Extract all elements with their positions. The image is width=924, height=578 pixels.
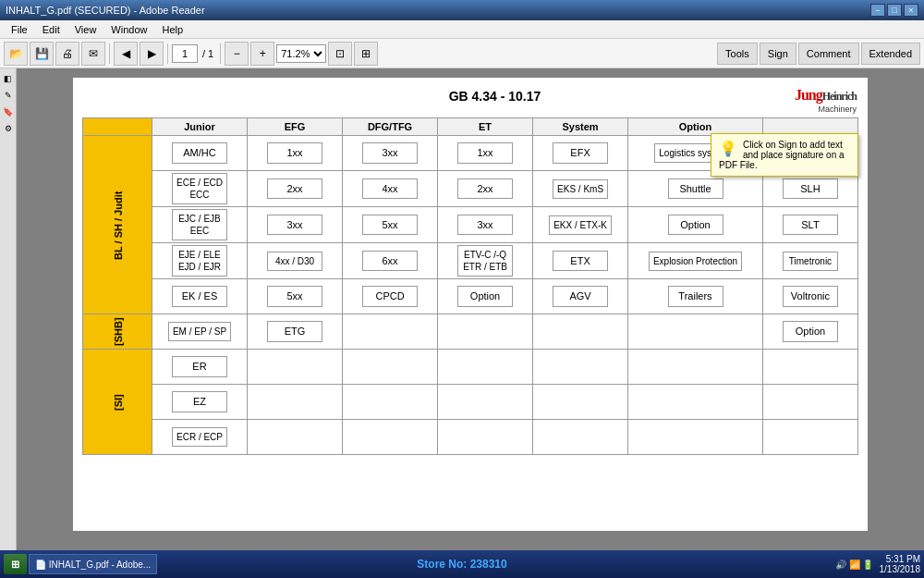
cell-empty-17 [248, 420, 343, 455]
save-button[interactable]: 💾 [30, 42, 54, 66]
fit-width-button[interactable]: ⊞ [354, 42, 378, 66]
col-section [83, 118, 152, 136]
cell-1xx-2: 1xx [438, 136, 533, 171]
lightbulb-icon: 💡 [719, 140, 737, 157]
page-input[interactable] [172, 44, 198, 63]
cell-empty-14 [533, 385, 628, 420]
time-display: 5:31 PM 1/13/2018 [880, 554, 921, 574]
cell-agv: AGV [533, 279, 628, 314]
title-bar-controls: − □ × [870, 4, 918, 17]
cell-etx: ETX [533, 243, 628, 279]
menu-file[interactable]: File [4, 24, 35, 35]
cell-empty-18 [343, 420, 438, 455]
menu-window[interactable]: Window [103, 24, 154, 35]
cell-efx: EFX [533, 136, 628, 171]
cell-slt: SLT [762, 207, 857, 243]
comment-button[interactable]: Comment [798, 43, 859, 65]
time: 5:31 PM [880, 554, 921, 564]
cell-5xx: 5xx [248, 279, 343, 314]
sidebar-icon-3[interactable]: 🔖 [2, 105, 15, 118]
separator-1 [109, 43, 110, 64]
cell-empty-16 [762, 385, 857, 420]
extended-button[interactable]: Extended [861, 43, 920, 65]
col-junior: Junior [152, 118, 248, 136]
menu-help[interactable]: Help [154, 24, 190, 35]
cell-etvc: ETV-C /-QETR / ETB [438, 243, 533, 279]
start-button[interactable]: ⊞ [4, 554, 27, 574]
toolbar: 📂 💾 🖨 ✉ ◀ ▶ / 1 − + 71.2% 100% 50% ⊡ ⊞ T… [0, 39, 924, 68]
sidebar-icon-2[interactable]: ✎ [2, 89, 15, 102]
taskbar: ⊞ 📄 INHALT_G.pdf - Adobe... Store No: 23… [0, 550, 924, 578]
minimize-button[interactable]: − [870, 4, 885, 17]
cell-empty-10 [762, 350, 857, 385]
table-row: EJC / EJBEEC 3xx 5xx 3xx EKX / ETX-K Opt… [83, 207, 858, 243]
menu-edit[interactable]: Edit [35, 24, 67, 35]
cell-2xx: 2xx [248, 171, 343, 207]
cell-6xx: 6xx [343, 243, 438, 279]
cell-empty-3 [533, 314, 628, 350]
section-label-shb: [SHB] [83, 314, 152, 350]
table-row: EJE / ELEEJD / EJR 4xx / D30 6xx ETV-C /… [83, 243, 858, 279]
cell-empty-20 [533, 420, 628, 455]
cell-empty-1 [343, 314, 438, 350]
cell-4xx-d30: 4xx / D30 [248, 243, 343, 279]
table-row: EK / ES 5xx CPCD Option AGV Trailers Vol… [83, 279, 858, 314]
table-row: [SHB] EM / EP / SP ETG Option [83, 314, 858, 350]
menu-view[interactable]: View [67, 24, 104, 35]
sign-tooltip-text: Click on Sign to add text and place sign… [719, 140, 845, 170]
print-button[interactable]: 🖨 [55, 42, 79, 66]
cell-ekx: EKX / ETX-K [533, 207, 628, 243]
cell-ekes: EK / ES [152, 279, 248, 314]
cell-empty-6 [343, 350, 438, 385]
section-label-si: [SI] [83, 350, 152, 455]
sign-tooltip: 💡 Click on Sign to add text and place si… [711, 133, 858, 177]
left-sidebar: ◧ ✎ 🔖 ⚙ [0, 68, 17, 550]
open-button[interactable]: 📂 [4, 42, 28, 66]
email-button[interactable]: ✉ [81, 42, 105, 66]
cell-2xx-2: 2xx [438, 171, 533, 207]
cell-empty-15 [628, 385, 763, 420]
back-button[interactable]: ◀ [114, 42, 138, 66]
logo-sub: Machinery [818, 105, 857, 114]
pdf-header: GB 4.34 - 10.17 JungHeinrich Machinery [73, 78, 868, 117]
cell-er: ER [152, 350, 248, 385]
cell-empty-4 [628, 314, 763, 350]
forward-button[interactable]: ▶ [140, 42, 164, 66]
cell-1xx-1: 1xx [248, 136, 343, 171]
cell-option-3: Option [762, 314, 857, 350]
restore-button[interactable]: □ [887, 4, 902, 17]
cell-3xx-1: 3xx [343, 136, 438, 171]
close-button[interactable]: × [904, 4, 918, 17]
cell-empty-5 [248, 350, 343, 385]
cell-4xx: 4xx [343, 171, 438, 207]
sidebar-icon-1[interactable]: ◧ [2, 72, 15, 85]
main-area: ◧ ✎ 🔖 ⚙ 💡 Click on Sign to add text and … [0, 68, 924, 550]
cell-option-1: Option [628, 207, 763, 243]
cell-explosion: Explosion Protection [628, 243, 763, 279]
cell-empty-8 [533, 350, 628, 385]
zoom-select[interactable]: 71.2% 100% 50% [276, 44, 326, 63]
page-total: / 1 [200, 48, 216, 59]
cell-trailers: Trailers [628, 279, 763, 314]
zoom-out-button[interactable]: − [225, 42, 249, 66]
taskbar-adobe-item[interactable]: 📄 INHALT_G.pdf - Adobe... [29, 554, 157, 574]
zoom-in-button[interactable]: + [250, 42, 274, 66]
title-bar: INHALT_G.pdf (SECURED) - Adobe Reader − … [0, 0, 924, 20]
cell-ez: EZ [152, 385, 248, 420]
tools-button[interactable]: Tools [717, 43, 758, 65]
col-et: ET [438, 118, 533, 136]
cell-timetronic: Timetronic [762, 243, 857, 279]
cell-option-2: Option [438, 279, 533, 314]
cell-empty-9 [628, 350, 763, 385]
cell-etg: ETG [248, 314, 343, 350]
cell-ece: ECE / ECDECC [152, 171, 248, 207]
separator-2 [167, 43, 168, 64]
pdf-viewer: 💡 Click on Sign to add text and place si… [17, 68, 924, 550]
fit-page-button[interactable]: ⊡ [328, 42, 352, 66]
cell-empty-13 [438, 385, 533, 420]
sign-button[interactable]: Sign [760, 43, 796, 65]
sidebar-icon-4[interactable]: ⚙ [2, 122, 15, 135]
logo-text: JungHeinrich [795, 85, 857, 105]
toolbar-right: Tools Sign Comment Extended [717, 43, 920, 65]
cell-empty-19 [438, 420, 533, 455]
